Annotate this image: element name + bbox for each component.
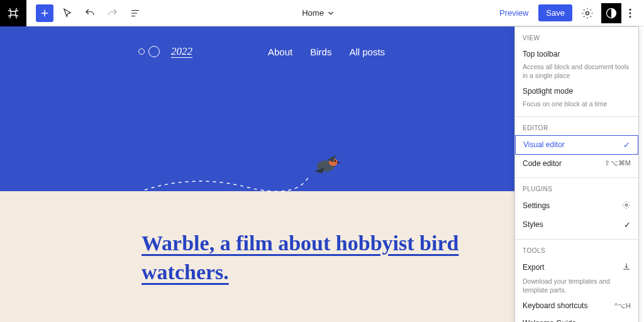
menu-item-export[interactable]: Export (515, 258, 638, 277)
document-title[interactable]: Home (144, 8, 493, 18)
preview-button[interactable]: Preview (493, 4, 535, 21)
menu-item-welcome-guide[interactable]: Welcome Guide (515, 314, 638, 322)
nav-link[interactable]: Birds (310, 47, 331, 57)
menu-section-header: EDITOR (515, 122, 638, 135)
shortcut-label: ^⌥H (614, 302, 631, 310)
undo-button[interactable] (81, 4, 99, 22)
menu-item-styles[interactable]: Styles ✓ (515, 216, 638, 234)
post-headline[interactable]: Warble, a film about hobbyist bird watch… (142, 229, 514, 287)
menu-section-header: VIEW (515, 32, 638, 45)
site-logo-button[interactable] (0, 0, 26, 26)
svg-point-8 (625, 204, 628, 206)
toolbar-left (0, 0, 144, 26)
add-block-button[interactable] (36, 4, 53, 22)
toolbar-right: Preview Save (493, 3, 644, 23)
list-view-button[interactable] (126, 4, 144, 22)
menu-item-code-editor[interactable]: Code editor ⇧⌥⌘M (515, 155, 638, 172)
hero-block[interactable]: 2022 About Birds All posts (0, 26, 514, 191)
menu-item-settings[interactable]: Settings (515, 196, 638, 216)
menu-item-desc: Download your templates and template par… (515, 277, 638, 297)
menu-section-header: PLUGINS (515, 183, 638, 196)
more-menu-dropdown: VIEW Top toolbar Access all block and do… (514, 26, 639, 322)
svg-point-3 (630, 12, 631, 14)
menu-item-visual-editor[interactable]: Visual editor ✓ (515, 135, 638, 155)
flight-path-decoration (145, 171, 308, 196)
site-header: 2022 About Birds All posts (0, 26, 514, 58)
svg-point-7 (335, 160, 336, 162)
menu-item-spotlight[interactable]: Spotlight mode (515, 82, 638, 100)
download-icon (622, 262, 631, 273)
styles-button[interactable] (601, 3, 621, 23)
svg-point-4 (630, 16, 631, 18)
menu-item-keyboard-shortcuts[interactable]: Keyboard shortcuts ^⌥H (515, 297, 638, 314)
menu-section-header: TOOLS (515, 245, 638, 258)
more-menu-button[interactable] (621, 3, 639, 23)
logo-circle-icon (138, 48, 145, 55)
menu-item-desc: Access all block and document tools in a… (515, 63, 638, 82)
svg-point-0 (586, 11, 589, 14)
check-icon: ✓ (624, 220, 631, 230)
nav-link[interactable]: About (268, 47, 292, 57)
bird-illustration (308, 152, 346, 179)
redo-button[interactable] (104, 4, 121, 22)
site-nav: About Birds All posts (268, 47, 385, 57)
site-title[interactable]: 2022 (171, 45, 192, 58)
site-logo[interactable] (138, 46, 160, 57)
save-button[interactable]: Save (538, 4, 572, 21)
settings-button[interactable] (577, 3, 597, 23)
check-icon: ✓ (623, 140, 630, 150)
top-toolbar: Home Preview Save (0, 0, 644, 26)
content-block[interactable]: Warble, a film about hobbyist bird watch… (0, 191, 514, 322)
select-tool-button[interactable] (58, 4, 76, 22)
menu-item-top-toolbar[interactable]: Top toolbar (515, 45, 638, 63)
svg-point-2 (630, 8, 631, 10)
shortcut-label: ⇧⌥⌘M (604, 159, 631, 167)
nav-link[interactable]: All posts (349, 47, 385, 57)
gear-icon (622, 201, 631, 211)
editor-canvas[interactable]: 2022 About Birds All posts Warble, a fil… (0, 26, 514, 322)
menu-item-desc: Focus on one block at a time (515, 100, 638, 111)
document-title-text: Home (302, 8, 324, 18)
logo-circle-icon (148, 46, 160, 57)
